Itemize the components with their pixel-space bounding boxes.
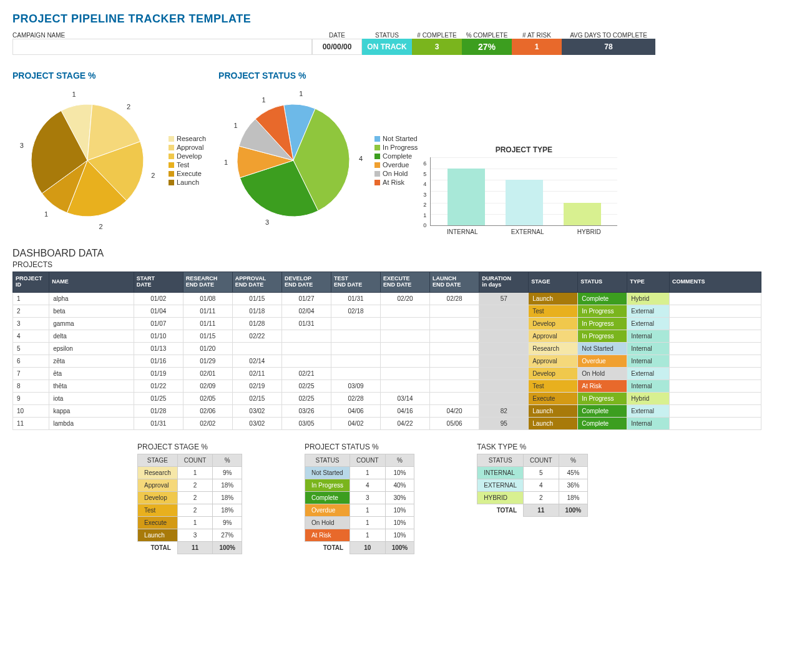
- cell[interactable]: 82: [479, 404, 529, 417]
- cell[interactable]: Develop: [529, 367, 578, 379]
- cell[interactable]: 02/21: [281, 367, 331, 379]
- cell[interactable]: [281, 330, 331, 342]
- cell[interactable]: [232, 342, 281, 355]
- cell[interactable]: 01/25: [134, 392, 183, 404]
- cell[interactable]: [670, 305, 761, 317]
- cell[interactable]: Internal: [627, 355, 670, 367]
- cell[interactable]: 03/09: [331, 379, 380, 392]
- cell[interactable]: 8: [13, 379, 49, 392]
- cell[interactable]: [281, 342, 331, 355]
- cell[interactable]: Test: [529, 305, 578, 317]
- cell[interactable]: thēta: [49, 379, 134, 392]
- cell[interactable]: iota: [49, 392, 134, 404]
- cell[interactable]: [381, 379, 430, 392]
- cell[interactable]: [670, 404, 761, 417]
- cell[interactable]: Internal: [627, 417, 670, 429]
- cell[interactable]: lambda: [49, 417, 134, 429]
- cell[interactable]: 11: [13, 417, 49, 429]
- cell[interactable]: At Risk: [578, 379, 627, 392]
- cell[interactable]: 02/04: [281, 305, 331, 317]
- cell[interactable]: 01/10: [134, 330, 183, 342]
- cell[interactable]: [381, 305, 430, 317]
- cell[interactable]: [430, 392, 479, 404]
- cell[interactable]: [670, 292, 761, 305]
- cell[interactable]: Internal: [627, 379, 670, 392]
- cell[interactable]: 04/22: [381, 417, 430, 429]
- cell[interactable]: 6: [13, 355, 49, 367]
- cell[interactable]: 02/25: [281, 379, 331, 392]
- cell[interactable]: On Hold: [578, 367, 627, 379]
- cell[interactable]: 01/15: [232, 292, 281, 305]
- cell[interactable]: [430, 379, 479, 392]
- cell[interactable]: 3: [13, 317, 49, 330]
- cell[interactable]: 01/02: [134, 292, 183, 305]
- cell[interactable]: [670, 417, 761, 429]
- cell[interactable]: [381, 330, 430, 342]
- cell[interactable]: [430, 330, 479, 342]
- cell[interactable]: 02/02: [183, 417, 232, 429]
- cell[interactable]: [381, 342, 430, 355]
- cell[interactable]: Internal: [627, 342, 670, 355]
- cell[interactable]: Research: [529, 342, 578, 355]
- cell[interactable]: [479, 317, 529, 330]
- cell[interactable]: [331, 342, 380, 355]
- cell[interactable]: 02/28: [430, 292, 479, 305]
- cell[interactable]: 5: [13, 342, 49, 355]
- cell[interactable]: 03/02: [232, 417, 281, 429]
- cell[interactable]: 01/20: [183, 342, 232, 355]
- cell[interactable]: beta: [49, 305, 134, 317]
- cell[interactable]: delta: [49, 330, 134, 342]
- cell[interactable]: epsilon: [49, 342, 134, 355]
- cell[interactable]: [430, 342, 479, 355]
- cell[interactable]: 02/06: [183, 404, 232, 417]
- cell[interactable]: 01/16: [134, 355, 183, 367]
- cell[interactable]: 05/06: [430, 417, 479, 429]
- cell[interactable]: 02/01: [183, 367, 232, 379]
- cell[interactable]: 02/15: [232, 392, 281, 404]
- cell[interactable]: ēta: [49, 367, 134, 379]
- cell[interactable]: [670, 317, 761, 330]
- cell[interactable]: [479, 367, 529, 379]
- cell[interactable]: [381, 355, 430, 367]
- cell[interactable]: Complete: [578, 404, 627, 417]
- cell[interactable]: Develop: [529, 317, 578, 330]
- cell[interactable]: 01/31: [331, 292, 380, 305]
- cell[interactable]: [331, 330, 380, 342]
- cell[interactable]: In Progress: [578, 392, 627, 404]
- cell[interactable]: 02/18: [331, 305, 380, 317]
- cell[interactable]: 01/07: [134, 317, 183, 330]
- cell[interactable]: [670, 330, 761, 342]
- cell[interactable]: [430, 317, 479, 330]
- cell[interactable]: 4: [13, 330, 49, 342]
- cell[interactable]: In Progress: [578, 317, 627, 330]
- cell[interactable]: 03/05: [281, 417, 331, 429]
- cell[interactable]: gamma: [49, 317, 134, 330]
- cell[interactable]: [670, 355, 761, 367]
- cell[interactable]: In Progress: [578, 330, 627, 342]
- cell[interactable]: 02/11: [232, 367, 281, 379]
- cell[interactable]: 02/14: [232, 355, 281, 367]
- cell[interactable]: In Progress: [578, 305, 627, 317]
- cell[interactable]: 02/28: [331, 392, 380, 404]
- cell[interactable]: 03/02: [232, 404, 281, 417]
- cell[interactable]: External: [627, 404, 670, 417]
- cell[interactable]: 04/02: [331, 417, 380, 429]
- cell[interactable]: 9: [13, 392, 49, 404]
- cell[interactable]: 01/15: [183, 330, 232, 342]
- cell[interactable]: 1: [13, 292, 49, 305]
- cell[interactable]: 7: [13, 367, 49, 379]
- cell[interactable]: Launch: [529, 292, 578, 305]
- cell[interactable]: 02/20: [381, 292, 430, 305]
- cell[interactable]: alpha: [49, 292, 134, 305]
- cell[interactable]: 04/20: [430, 404, 479, 417]
- cell[interactable]: 01/11: [183, 317, 232, 330]
- cell[interactable]: [670, 367, 761, 379]
- cell[interactable]: [479, 355, 529, 367]
- cell[interactable]: 02/09: [183, 379, 232, 392]
- cell[interactable]: Not Started: [578, 342, 627, 355]
- cell[interactable]: [670, 379, 761, 392]
- cell[interactable]: 01/13: [134, 342, 183, 355]
- cell[interactable]: 01/18: [232, 305, 281, 317]
- cell[interactable]: [479, 305, 529, 317]
- cell[interactable]: 01/31: [134, 417, 183, 429]
